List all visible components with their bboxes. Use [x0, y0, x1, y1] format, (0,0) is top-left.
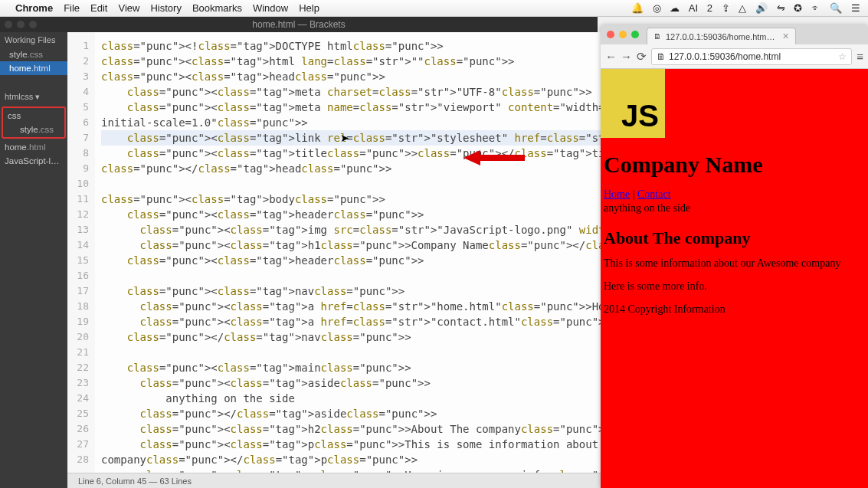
sidebar-item-stylecss[interactable]: style.css: [0, 47, 67, 61]
reload-icon[interactable]: ⟳: [636, 50, 647, 64]
cursor-position: Line 6, Column 45 — 63 Lines: [74, 477, 196, 486]
forward-icon[interactable]: →: [621, 50, 631, 63]
tray-icon[interactable]: ◎: [653, 2, 661, 14]
annotation-highlight: css style.css: [2, 106, 66, 139]
working-files-header: Working Files: [0, 32, 67, 47]
tray-icon[interactable]: 🔔: [631, 2, 644, 14]
link-home[interactable]: Home: [604, 188, 630, 200]
menu-view[interactable]: View: [118, 2, 139, 14]
browser-tab[interactable]: 🗎 127.0.0.1:59036/home.htm… ✕: [647, 28, 796, 44]
tray-icon[interactable]: AI: [689, 2, 698, 14]
sidebar-folder-css[interactable]: css: [3, 109, 64, 123]
menu-file[interactable]: File: [64, 2, 80, 14]
page-footer: 2014 Copyright Information: [601, 303, 868, 316]
window-max-icon[interactable]: [29, 21, 37, 28]
file-icon: 🗎: [653, 32, 661, 41]
chrome-toolbar: ← → ⟳ 🗎 127.0.0.1:59036/home.html ☆ ≡: [601, 44, 868, 69]
menu-window[interactable]: Window: [253, 2, 288, 14]
window-max-icon[interactable]: [631, 31, 639, 38]
brackets-title: home.html — Brackets: [252, 19, 345, 30]
menubar-app-name[interactable]: Chrome: [15, 2, 53, 14]
menu-bookmarks[interactable]: Bookmarks: [192, 2, 242, 14]
tray-icon[interactable]: ⇪: [722, 2, 730, 14]
js-logo: JS: [601, 69, 665, 138]
menu-history[interactable]: History: [150, 2, 181, 14]
tray-icon[interactable]: △: [739, 2, 746, 14]
rendered-page: JS Company Name Home | Contact anything …: [601, 69, 868, 488]
bookmark-star-icon[interactable]: ☆: [838, 51, 847, 62]
address-bar[interactable]: 🗎 127.0.0.1:59036/home.html ☆: [651, 48, 852, 65]
tray-icon[interactable]: 2: [707, 2, 712, 14]
macos-menubar: Chrome File Edit View History Bookmarks …: [0, 0, 868, 17]
brackets-sidebar: Working Files style.css home.html htmlcs…: [0, 32, 67, 488]
page-h1: Company Name: [601, 152, 868, 178]
window-min-icon[interactable]: [619, 31, 627, 38]
tab-close-icon[interactable]: ✕: [782, 31, 789, 41]
chrome-menu-icon[interactable]: ≡: [857, 50, 863, 63]
page-aside: anything on the side: [601, 201, 868, 216]
menu-help[interactable]: Help: [299, 2, 319, 14]
tray-icon[interactable]: 🔊: [755, 2, 768, 14]
tray-icon[interactable]: ⇋: [777, 2, 785, 14]
menubar-tray: 🔔 ◎ ☁ AI 2 ⇪ △ 🔊 ⇋ ✪ ᯤ 🔍 ☰: [625, 2, 860, 14]
tray-icon[interactable]: ☰: [851, 2, 860, 14]
site-icon: 🗎: [657, 51, 666, 62]
chrome-tabbar: 🗎 127.0.0.1:59036/home.htm… ✕: [601, 25, 868, 44]
sidebar-item-homehtml[interactable]: home.html: [0, 61, 67, 75]
page-p1: This is some information about our Aweso…: [601, 257, 868, 270]
line-gutter: 1234567891011121314151617181920212223242…: [67, 32, 95, 473]
back-icon[interactable]: ←: [605, 50, 616, 63]
menu-edit[interactable]: Edit: [90, 2, 107, 14]
tab-title: 127.0.0.1:59036/home.htm…: [666, 32, 775, 41]
tray-icon[interactable]: ᯤ: [811, 2, 821, 14]
page-h2: About The company: [601, 228, 868, 248]
sidebar-item-stylecss-nested[interactable]: style.css: [3, 123, 64, 136]
tray-icon[interactable]: ☁: [670, 2, 680, 14]
url-text: 127.0.0.1:59036/home.html: [669, 51, 781, 62]
sidebar-item-jslogo[interactable]: JavaScript-logo: [0, 154, 67, 168]
page-p2: Here is some more info.: [601, 280, 868, 293]
page-nav: Home | Contact: [601, 188, 868, 201]
brackets-window: home.html — Brackets Working Files style…: [0, 17, 598, 488]
brackets-titlebar: home.html — Brackets: [0, 17, 598, 32]
project-header[interactable]: htmlcss ▾: [0, 89, 67, 105]
tray-icon[interactable]: ✪: [794, 2, 802, 14]
link-contact[interactable]: Contact: [637, 188, 671, 200]
sidebar-item-homehtml-proj[interactable]: home.html: [0, 140, 67, 154]
window-close-icon[interactable]: [607, 31, 614, 38]
chrome-window: 🗎 127.0.0.1:59036/home.htm… ✕ ← → ⟳ 🗎 12…: [601, 25, 868, 488]
tray-icon[interactable]: 🔍: [830, 2, 842, 14]
window-min-icon[interactable]: [17, 21, 25, 28]
window-close-icon[interactable]: [5, 21, 12, 28]
link-separator: |: [630, 188, 637, 200]
